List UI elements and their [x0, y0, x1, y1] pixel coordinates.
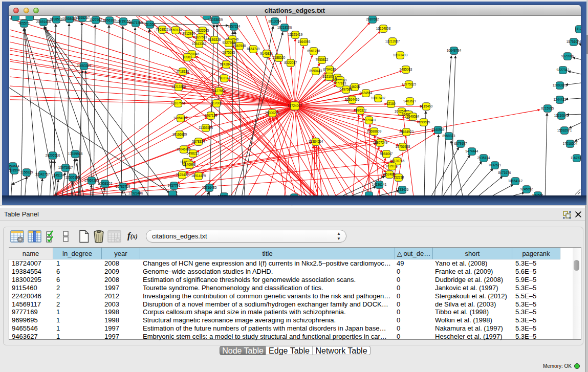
- svg-text:12213967: 12213967: [385, 39, 400, 43]
- svg-text:19166829: 19166829: [172, 133, 187, 136]
- svg-text:15692971: 15692971: [557, 128, 572, 132]
- svg-text:10654112: 10654112: [508, 179, 522, 183]
- svg-text:10975867: 10975867: [58, 166, 73, 169]
- svg-text:16033809: 16033809: [208, 18, 223, 21]
- svg-text:20691406: 20691406: [36, 20, 51, 24]
- svg-text:12342757: 12342757: [35, 172, 50, 176]
- svg-text:9474444: 9474444: [466, 149, 478, 153]
- svg-text:5878334: 5878334: [192, 140, 205, 143]
- svg-text:1292344: 1292344: [218, 194, 231, 195]
- svg-text:17957225: 17957225: [84, 179, 99, 182]
- svg-text:15720407: 15720407: [362, 118, 377, 122]
- svg-text:10958107: 10958107: [98, 182, 113, 185]
- svg-text:12975115: 12975115: [402, 82, 416, 86]
- svg-text:6961758: 6961758: [308, 49, 320, 53]
- svg-text:8322037: 8322037: [285, 61, 297, 64]
- svg-text:15716485: 15716485: [202, 186, 217, 189]
- svg-text:98961: 98961: [183, 55, 192, 59]
- svg-text:2718120: 2718120: [177, 70, 189, 73]
- svg-text:9227342: 9227342: [557, 68, 570, 72]
- svg-text:2935114: 2935114: [477, 156, 490, 160]
- svg-text:391594: 391594: [9, 168, 20, 172]
- svg-text:5875685: 5875685: [223, 51, 235, 54]
- svg-text:16671355: 16671355: [128, 21, 143, 25]
- svg-text:9827503: 9827503: [194, 35, 207, 39]
- svg-text:17359918: 17359918: [68, 152, 83, 156]
- svg-text:8990443: 8990443: [310, 69, 322, 73]
- svg-text:19384554: 19384554: [309, 140, 323, 143]
- svg-text:2649584: 2649584: [407, 115, 420, 118]
- svg-text:10654982: 10654982: [173, 116, 188, 120]
- svg-text:16210643: 16210643: [554, 114, 569, 117]
- svg-text:8186328: 8186328: [208, 38, 221, 41]
- svg-text:16120746: 16120746: [390, 159, 405, 163]
- svg-text:10107554: 10107554: [171, 101, 186, 105]
- svg-text:7857224: 7857224: [228, 25, 241, 28]
- svg-text:7663822: 7663822: [156, 28, 169, 31]
- svg-text:1615132: 1615132: [386, 164, 399, 168]
- svg-text:9084067: 9084067: [380, 152, 393, 156]
- svg-text:8215955: 8215955: [541, 106, 554, 110]
- svg-text:1145194: 1145194: [52, 173, 65, 177]
- svg-text:8912954: 8912954: [183, 32, 195, 35]
- svg-text:7625402: 7625402: [176, 173, 189, 177]
- svg-text:12093873: 12093873: [553, 83, 568, 87]
- svg-text:917006: 917006: [211, 101, 222, 105]
- svg-text:2588520: 2588520: [273, 56, 286, 59]
- svg-text:6497568: 6497568: [340, 87, 353, 91]
- svg-text:8813054: 8813054: [269, 19, 281, 23]
- svg-text:18807249: 18807249: [373, 141, 388, 144]
- svg-text:1140998: 1140998: [183, 163, 196, 166]
- svg-text:6794028: 6794028: [323, 68, 336, 71]
- svg-text:20206516: 20206516: [46, 154, 60, 157]
- svg-text:8958923: 8958923: [443, 134, 455, 138]
- svg-text:9245652: 9245652: [520, 187, 533, 191]
- svg-text:7955822: 7955822: [316, 58, 329, 61]
- svg-text:19654923: 19654923: [399, 130, 414, 134]
- svg-text:21364436: 21364436: [345, 98, 360, 101]
- svg-text:8160124: 8160124: [169, 28, 182, 32]
- svg-text:7986322: 7986322: [354, 108, 367, 112]
- svg-text:16046796: 16046796: [177, 147, 191, 151]
- svg-text:10543382: 10543382: [192, 42, 207, 46]
- svg-text:3267130: 3267130: [205, 114, 217, 117]
- svg-text:1156829: 1156829: [20, 170, 33, 174]
- svg-text:29053346: 29053346: [77, 64, 92, 68]
- svg-text:9242845: 9242845: [220, 62, 233, 66]
- svg-text:405572: 405572: [18, 21, 30, 25]
- svg-text:2087682: 2087682: [366, 17, 379, 21]
- svg-text:5498222: 5498222: [187, 151, 200, 155]
- svg-text:9457791: 9457791: [168, 184, 181, 187]
- svg-text:10973493: 10973493: [393, 53, 408, 57]
- svg-text:10807487: 10807487: [371, 96, 386, 100]
- svg-text:9115460: 9115460: [420, 104, 433, 108]
- svg-text:9463627: 9463627: [404, 99, 417, 103]
- svg-text:16154808: 16154808: [376, 27, 391, 30]
- svg-text:25300205: 25300205: [265, 111, 280, 115]
- svg-text:1167534: 1167534: [571, 156, 581, 160]
- svg-text:1640959: 1640959: [432, 128, 445, 132]
- svg-text:8471676: 8471676: [498, 171, 511, 174]
- svg-text:9146821: 9146821: [260, 52, 273, 55]
- svg-text:16782759: 16782759: [116, 185, 130, 188]
- svg-text:9777163: 9777163: [334, 81, 346, 85]
- svg-text:62160: 62160: [386, 102, 396, 105]
- svg-text:14136141: 14136141: [372, 183, 387, 186]
- svg-text:13325419: 13325419: [288, 33, 303, 36]
- svg-text:19756928: 19756928: [396, 145, 410, 148]
- svg-text:12213369: 12213369: [171, 85, 186, 89]
- svg-text:1564093: 1564093: [298, 40, 311, 43]
- svg-text:12923446: 12923446: [128, 191, 143, 195]
- svg-text:8454749: 8454749: [247, 47, 260, 51]
- svg-text:1244415: 1244415: [554, 98, 567, 101]
- svg-text:17016504: 17016504: [563, 142, 578, 145]
- svg-text:9699695: 9699695: [418, 120, 430, 124]
- svg-text:7485063: 7485063: [400, 68, 412, 71]
- svg-text:19218506: 19218506: [277, 26, 292, 29]
- svg-text:10655267: 10655267: [75, 16, 90, 19]
- svg-text:2803144: 2803144: [218, 76, 231, 80]
- svg-text:16648784: 16648784: [447, 49, 462, 52]
- svg-text:3624554: 3624554: [360, 91, 373, 95]
- svg-text:1527602: 1527602: [90, 18, 102, 21]
- svg-text:924564: 924564: [532, 193, 543, 195]
